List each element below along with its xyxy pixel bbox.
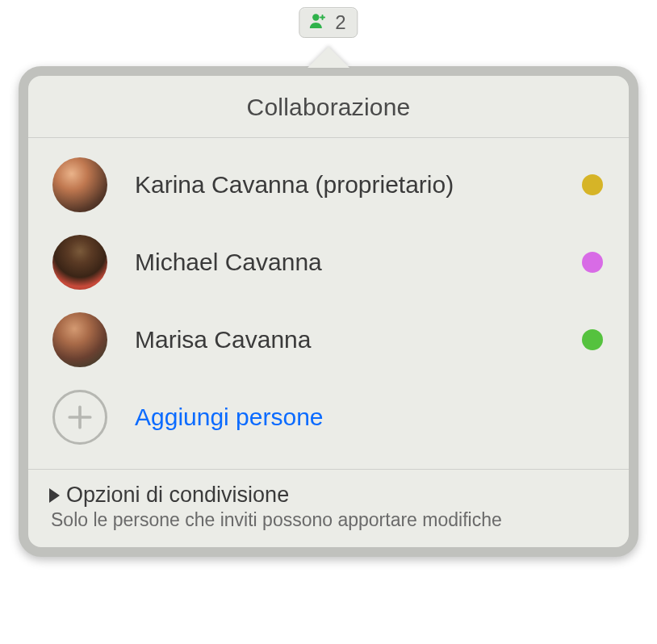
collaboration-toolbar-button[interactable]: 2 bbox=[299, 7, 358, 38]
presence-color-dot bbox=[582, 329, 603, 350]
sharing-options-title: Opzioni di condivisione bbox=[66, 483, 289, 508]
add-people-button[interactable]: Aggiungi persone bbox=[28, 378, 629, 462]
popover-header: Collaborazione bbox=[28, 76, 629, 138]
avatar bbox=[52, 157, 107, 212]
collaboration-popover: Collaborazione Karina Cavanna (proprieta… bbox=[19, 47, 638, 557]
popover-arrow bbox=[308, 47, 349, 68]
participant-name: Karina Cavanna (proprietario) bbox=[135, 171, 554, 199]
participant-row[interactable]: Karina Cavanna (proprietario) bbox=[28, 146, 629, 224]
collaborator-count: 2 bbox=[335, 11, 345, 34]
svg-point-0 bbox=[312, 14, 319, 20]
popover-title: Collaborazione bbox=[28, 94, 629, 121]
avatar bbox=[52, 312, 107, 367]
person-add-icon bbox=[308, 11, 327, 34]
presence-color-dot bbox=[582, 252, 603, 273]
presence-color-dot bbox=[582, 174, 603, 195]
participant-name: Michael Cavanna bbox=[135, 249, 554, 276]
participant-row[interactable]: Michael Cavanna bbox=[28, 224, 629, 301]
participant-name: Marisa Cavanna bbox=[135, 326, 554, 353]
participant-row[interactable]: Marisa Cavanna bbox=[28, 301, 629, 378]
add-people-label: Aggiungi persone bbox=[135, 404, 324, 431]
svg-rect-2 bbox=[320, 17, 325, 19]
disclosure-triangle-icon bbox=[49, 488, 60, 503]
sharing-options-subtitle: Solo le persone che inviti possono appor… bbox=[51, 509, 608, 531]
avatar bbox=[52, 235, 107, 290]
plus-circle-icon bbox=[52, 390, 107, 445]
participants-list: Karina Cavanna (proprietario) Michael Ca… bbox=[28, 138, 629, 469]
sharing-options-section[interactable]: Opzioni di condivisione Solo le persone … bbox=[28, 469, 629, 547]
